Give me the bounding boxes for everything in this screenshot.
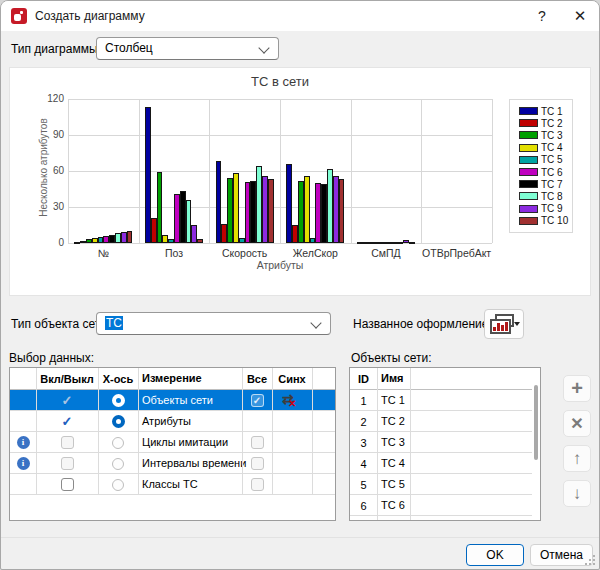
chart-bar	[304, 176, 310, 243]
column-divider	[138, 368, 139, 494]
legend-swatch	[519, 217, 538, 225]
legend-swatch	[519, 205, 538, 213]
legend-swatch	[519, 119, 538, 127]
dimension-label: Классы ТС	[142, 478, 198, 490]
legend-name: ТС 4	[541, 142, 563, 153]
onoff-checkbox[interactable]	[61, 478, 74, 491]
add-button[interactable]: +	[563, 375, 591, 402]
chart-bar	[127, 231, 133, 243]
data-selection-table: Вкл/Выкл X-ось Измерение Все Синх ✓Объек…	[9, 367, 336, 521]
legend-item: ТС 6	[519, 166, 572, 178]
onoff-checkbox	[61, 436, 74, 449]
data-selection-label: Выбор данных:	[9, 351, 94, 365]
all-checkbox[interactable]: ✓	[251, 394, 264, 407]
onoff-checkmark[interactable]: ✓	[62, 393, 73, 408]
legend-item: ТС 2	[519, 117, 572, 129]
legend-name: ТС 8	[541, 191, 563, 202]
object-id: 1	[360, 395, 366, 407]
column-divider	[98, 368, 99, 494]
chart-bar	[197, 239, 203, 243]
xaxis-radio	[112, 479, 124, 491]
app-icon	[11, 8, 27, 24]
col-header-xaxis: X-ось	[98, 368, 138, 389]
dropdown-caret-icon	[514, 322, 520, 326]
legend-swatch	[519, 168, 538, 176]
dimension-label: Объекты сети	[142, 394, 213, 406]
network-objects-table: ID Имя 1ТС 12ТС 23ТС 34ТС 45ТС 56ТС 6	[349, 367, 541, 521]
network-objects-label: Объекты сети:	[351, 351, 432, 365]
col-header-onoff: Вкл/Выкл	[36, 368, 98, 389]
legend-item: ТС 9	[519, 203, 572, 215]
object-id: 6	[360, 500, 366, 512]
legend-swatch	[519, 144, 538, 152]
column-divider	[377, 368, 378, 520]
legend-swatch	[519, 107, 538, 115]
help-button[interactable]: ?	[525, 3, 559, 29]
y-tick-label: 60	[34, 165, 64, 176]
xaxis-radio	[112, 458, 124, 470]
sync-broken-icon[interactable]: ⇄✕	[282, 393, 302, 409]
resize-grip-icon[interactable]	[585, 555, 595, 565]
legend-swatch	[519, 156, 538, 164]
y-tick-label: 30	[34, 201, 64, 212]
object-name: ТС 1	[381, 394, 405, 406]
table-row[interactable]: Классы ТС	[10, 474, 335, 495]
table-row[interactable]: ✓Атрибуты	[10, 411, 335, 432]
title-bar: Создать диаграмму ? ✕	[1, 1, 599, 31]
y-tick-label: 120	[34, 93, 64, 104]
x-tick-label: №	[68, 247, 139, 259]
object-name: ТС 2	[381, 415, 405, 427]
chevron-down-icon	[310, 317, 321, 328]
chevron-down-icon	[258, 42, 269, 53]
move-down-button[interactable]: ↓	[563, 480, 591, 507]
gridline	[492, 99, 493, 243]
network-object-type-combobox[interactable]: ТС	[96, 312, 331, 335]
all-checkbox	[251, 478, 264, 491]
legend-name: ТС 1	[541, 106, 563, 117]
gridline	[351, 99, 352, 243]
object-id: 2	[360, 416, 366, 428]
legend-name: ТС 3	[541, 130, 563, 141]
table-row[interactable]: ✓Объекты сети✓⇄✕	[10, 390, 335, 411]
all-checkbox	[251, 457, 264, 470]
window-title: Создать диаграмму	[35, 1, 145, 31]
gridline	[209, 99, 210, 243]
delete-button[interactable]: ✕	[563, 410, 591, 437]
legend-name: ТС 9	[541, 203, 563, 214]
xaxis-radio[interactable]	[112, 415, 125, 428]
named-scheme-button[interactable]	[484, 309, 524, 339]
create-diagram-dialog: Создать диаграмму ? ✕ Тип диаграммы: Сто…	[0, 0, 600, 570]
ok-button[interactable]: OK	[466, 544, 524, 566]
gridline	[139, 99, 140, 243]
onoff-checkmark[interactable]: ✓	[62, 414, 73, 429]
xaxis-radio[interactable]	[112, 394, 125, 407]
info-icon: i	[17, 436, 30, 449]
col-header-dimension: Измерение	[142, 372, 202, 384]
column-divider	[312, 368, 313, 494]
x-tick-label: ЖелСкор	[280, 247, 351, 259]
legend-name: ТС 5	[541, 154, 563, 165]
chart-bar	[157, 172, 163, 243]
header-divider	[10, 389, 335, 390]
legend-swatch	[519, 131, 538, 139]
diagram-type-combobox[interactable]: Столбец	[96, 37, 279, 60]
chart-legend: ТС 1ТС 2ТС 3ТС 4ТС 5ТС 6ТС 7ТС 8ТС 9ТС 1…	[509, 99, 573, 233]
object-name: ТС 5	[381, 478, 405, 490]
x-tick-label: ОТВрПребАкт	[421, 247, 492, 259]
column-divider	[242, 368, 243, 494]
chart-bar	[409, 242, 415, 244]
legend-name: ТС 6	[541, 167, 563, 178]
object-name: ТС 4	[381, 457, 405, 469]
x-axis-label: Атрибуты	[68, 259, 492, 271]
close-button[interactable]: ✕	[563, 3, 597, 29]
scrollbar[interactable]	[534, 385, 538, 460]
gridline	[68, 99, 69, 243]
cancel-button[interactable]: Отмена	[530, 544, 593, 566]
xaxis-radio	[112, 437, 124, 449]
table-row[interactable]: iЦиклы имитации	[10, 432, 335, 453]
legend-name: ТС 7	[541, 179, 563, 190]
move-up-button[interactable]: ↑	[563, 445, 591, 472]
legend-item: ТС 4	[519, 142, 572, 154]
y-tick-label: 90	[34, 129, 64, 140]
table-row[interactable]: iИнтервалы времени	[10, 453, 335, 474]
